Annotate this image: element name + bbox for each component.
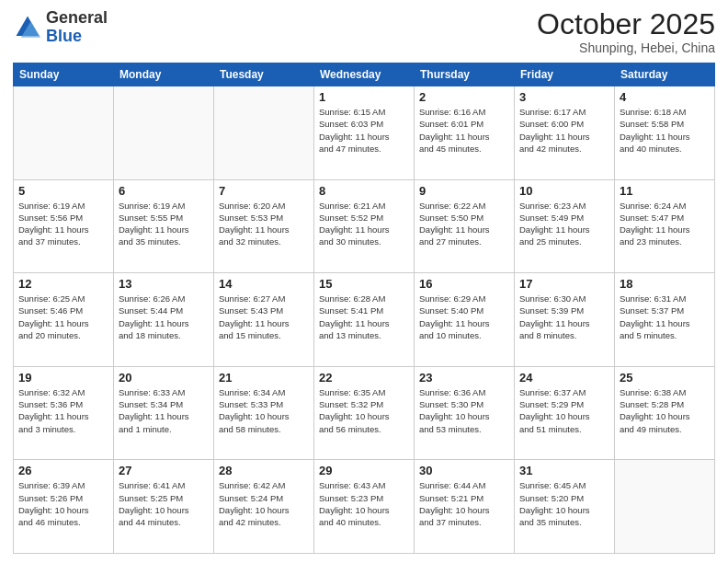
day-number: 4 bbox=[620, 90, 710, 104]
day-number: 1 bbox=[319, 90, 409, 104]
day-number: 11 bbox=[620, 184, 710, 198]
day-info: Sunrise: 6:25 AM Sunset: 5:46 PM Dayligh… bbox=[18, 293, 108, 341]
day-info: Sunrise: 6:35 AM Sunset: 5:32 PM Dayligh… bbox=[319, 386, 409, 435]
day-info: Sunrise: 6:27 AM Sunset: 5:43 PM Dayligh… bbox=[219, 293, 309, 341]
calendar-cell-w5-d5: 30Sunrise: 6:44 AM Sunset: 5:21 PM Dayli… bbox=[415, 460, 515, 554]
calendar-cell-w4-d2: 20Sunrise: 6:33 AM Sunset: 5:34 PM Dayli… bbox=[114, 366, 214, 460]
day-number: 25 bbox=[620, 371, 710, 385]
calendar-cell-w4-d4: 22Sunrise: 6:35 AM Sunset: 5:32 PM Dayli… bbox=[314, 366, 415, 460]
calendar-cell-w5-d1: 26Sunrise: 6:39 AM Sunset: 5:26 PM Dayli… bbox=[14, 460, 114, 554]
day-number: 17 bbox=[519, 277, 609, 291]
calendar-cell-w1-d3 bbox=[214, 86, 314, 180]
calendar-cell-w5-d2: 27Sunrise: 6:41 AM Sunset: 5:25 PM Dayli… bbox=[114, 460, 214, 554]
day-number: 21 bbox=[219, 371, 309, 385]
day-number: 24 bbox=[519, 371, 609, 385]
day-number: 22 bbox=[319, 371, 409, 385]
day-info: Sunrise: 6:36 AM Sunset: 5:30 PM Dayligh… bbox=[419, 386, 509, 435]
calendar-cell-w3-d4: 15Sunrise: 6:28 AM Sunset: 5:41 PM Dayli… bbox=[314, 273, 415, 367]
logo-general: General bbox=[46, 8, 108, 27]
calendar-cell-w3-d7: 18Sunrise: 6:31 AM Sunset: 5:37 PM Dayli… bbox=[615, 273, 715, 367]
calendar-cell-w4-d3: 21Sunrise: 6:34 AM Sunset: 5:33 PM Dayli… bbox=[214, 366, 314, 460]
calendar-cell-w2-d2: 6Sunrise: 6:19 AM Sunset: 5:55 PM Daylig… bbox=[114, 179, 214, 273]
day-number: 14 bbox=[219, 277, 309, 291]
day-info: Sunrise: 6:28 AM Sunset: 5:41 PM Dayligh… bbox=[319, 293, 409, 341]
calendar-cell-w1-d4: 1Sunrise: 6:15 AM Sunset: 6:03 PM Daylig… bbox=[314, 86, 415, 180]
day-info: Sunrise: 6:31 AM Sunset: 5:37 PM Dayligh… bbox=[620, 293, 710, 341]
calendar-cell-w2-d4: 8Sunrise: 6:21 AM Sunset: 5:52 PM Daylig… bbox=[314, 179, 415, 273]
day-number: 6 bbox=[119, 184, 209, 198]
day-number: 13 bbox=[119, 277, 209, 291]
day-info: Sunrise: 6:19 AM Sunset: 5:56 PM Dayligh… bbox=[18, 200, 108, 248]
week-row-4: 19Sunrise: 6:32 AM Sunset: 5:36 PM Dayli… bbox=[14, 366, 715, 460]
day-info: Sunrise: 6:43 AM Sunset: 5:23 PM Dayligh… bbox=[319, 479, 409, 528]
calendar-cell-w2-d6: 10Sunrise: 6:23 AM Sunset: 5:49 PM Dayli… bbox=[515, 179, 615, 273]
col-tuesday: Tuesday bbox=[214, 63, 314, 86]
calendar-cell-w2-d7: 11Sunrise: 6:24 AM Sunset: 5:47 PM Dayli… bbox=[615, 179, 715, 273]
day-number: 26 bbox=[18, 464, 108, 477]
logo-text: General Blue bbox=[46, 9, 108, 46]
calendar-cell-w2-d3: 7Sunrise: 6:20 AM Sunset: 5:53 PM Daylig… bbox=[214, 179, 314, 273]
day-number: 3 bbox=[519, 90, 609, 104]
day-number: 29 bbox=[319, 464, 409, 477]
day-number: 23 bbox=[419, 371, 509, 385]
logo: General Blue bbox=[13, 9, 108, 46]
page: General Blue October 2025 Shunping, Hebe… bbox=[0, 0, 728, 563]
day-info: Sunrise: 6:32 AM Sunset: 5:36 PM Dayligh… bbox=[18, 386, 108, 435]
day-number: 7 bbox=[219, 184, 309, 198]
calendar-cell-w4-d6: 24Sunrise: 6:37 AM Sunset: 5:29 PM Dayli… bbox=[515, 366, 615, 460]
day-info: Sunrise: 6:44 AM Sunset: 5:21 PM Dayligh… bbox=[419, 479, 509, 528]
day-info: Sunrise: 6:23 AM Sunset: 5:49 PM Dayligh… bbox=[519, 200, 609, 248]
calendar-cell-w3-d2: 13Sunrise: 6:26 AM Sunset: 5:44 PM Dayli… bbox=[114, 273, 214, 367]
calendar-cell-w5-d6: 31Sunrise: 6:45 AM Sunset: 5:20 PM Dayli… bbox=[515, 460, 615, 554]
calendar-cell-w5-d4: 29Sunrise: 6:43 AM Sunset: 5:23 PM Dayli… bbox=[314, 460, 415, 554]
week-row-3: 12Sunrise: 6:25 AM Sunset: 5:46 PM Dayli… bbox=[14, 273, 715, 367]
calendar-cell-w3-d1: 12Sunrise: 6:25 AM Sunset: 5:46 PM Dayli… bbox=[14, 273, 114, 367]
calendar-cell-w1-d1 bbox=[14, 86, 114, 180]
day-info: Sunrise: 6:15 AM Sunset: 6:03 PM Dayligh… bbox=[319, 106, 409, 155]
day-info: Sunrise: 6:19 AM Sunset: 5:55 PM Dayligh… bbox=[119, 200, 209, 248]
day-info: Sunrise: 6:29 AM Sunset: 5:40 PM Dayligh… bbox=[419, 293, 509, 341]
calendar-table: Sunday Monday Tuesday Wednesday Thursday… bbox=[13, 63, 715, 554]
day-info: Sunrise: 6:34 AM Sunset: 5:33 PM Dayligh… bbox=[219, 386, 309, 435]
day-info: Sunrise: 6:20 AM Sunset: 5:53 PM Dayligh… bbox=[219, 200, 309, 248]
calendar-cell-w5-d3: 28Sunrise: 6:42 AM Sunset: 5:24 PM Dayli… bbox=[214, 460, 314, 554]
day-number: 18 bbox=[620, 277, 710, 291]
calendar-cell-w4-d5: 23Sunrise: 6:36 AM Sunset: 5:30 PM Dayli… bbox=[415, 366, 515, 460]
calendar-cell-w3-d3: 14Sunrise: 6:27 AM Sunset: 5:43 PM Dayli… bbox=[214, 273, 314, 367]
col-thursday: Thursday bbox=[415, 63, 515, 86]
day-info: Sunrise: 6:38 AM Sunset: 5:28 PM Dayligh… bbox=[620, 386, 710, 435]
day-number: 31 bbox=[519, 464, 609, 477]
day-number: 12 bbox=[18, 277, 108, 291]
day-number: 19 bbox=[18, 371, 108, 385]
calendar-cell-w1-d6: 3Sunrise: 6:17 AM Sunset: 6:00 PM Daylig… bbox=[515, 86, 615, 180]
day-info: Sunrise: 6:30 AM Sunset: 5:39 PM Dayligh… bbox=[519, 293, 609, 341]
col-friday: Friday bbox=[515, 63, 615, 86]
day-number: 2 bbox=[419, 90, 509, 104]
day-info: Sunrise: 6:22 AM Sunset: 5:50 PM Dayligh… bbox=[419, 200, 509, 248]
calendar-cell-w1-d2 bbox=[114, 86, 214, 180]
calendar-cell-w4-d1: 19Sunrise: 6:32 AM Sunset: 5:36 PM Dayli… bbox=[14, 366, 114, 460]
day-info: Sunrise: 6:17 AM Sunset: 6:00 PM Dayligh… bbox=[519, 106, 609, 155]
day-number: 27 bbox=[119, 464, 209, 477]
title-block: October 2025 Shunping, Hebei, China bbox=[537, 9, 715, 55]
day-info: Sunrise: 6:39 AM Sunset: 5:26 PM Dayligh… bbox=[18, 479, 108, 528]
day-number: 9 bbox=[419, 184, 509, 198]
day-number: 10 bbox=[519, 184, 609, 198]
day-info: Sunrise: 6:41 AM Sunset: 5:25 PM Dayligh… bbox=[119, 479, 209, 528]
calendar-cell-w3-d5: 16Sunrise: 6:29 AM Sunset: 5:40 PM Dayli… bbox=[415, 273, 515, 367]
day-info: Sunrise: 6:21 AM Sunset: 5:52 PM Dayligh… bbox=[319, 200, 409, 248]
calendar-cell-w1-d7: 4Sunrise: 6:18 AM Sunset: 5:58 PM Daylig… bbox=[615, 86, 715, 180]
month-title: October 2025 bbox=[537, 9, 715, 39]
logo-icon bbox=[13, 13, 42, 42]
day-number: 30 bbox=[419, 464, 509, 477]
logo-blue: Blue bbox=[46, 27, 82, 45]
day-info: Sunrise: 6:42 AM Sunset: 5:24 PM Dayligh… bbox=[219, 479, 309, 528]
day-info: Sunrise: 6:24 AM Sunset: 5:47 PM Dayligh… bbox=[620, 200, 710, 248]
day-info: Sunrise: 6:33 AM Sunset: 5:34 PM Dayligh… bbox=[119, 386, 209, 435]
col-sunday: Sunday bbox=[14, 63, 114, 86]
day-number: 20 bbox=[119, 371, 209, 385]
day-number: 28 bbox=[219, 464, 309, 477]
day-number: 15 bbox=[319, 277, 409, 291]
col-saturday: Saturday bbox=[615, 63, 715, 86]
location: Shunping, Hebei, China bbox=[537, 40, 715, 55]
